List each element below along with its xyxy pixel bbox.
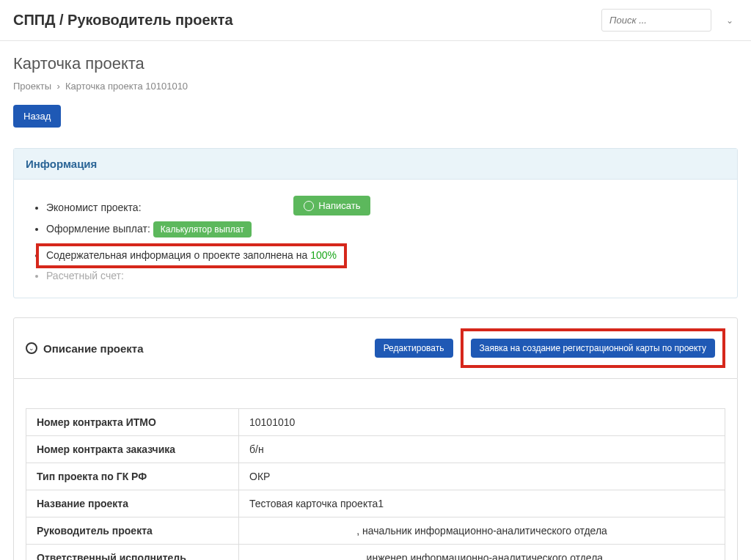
list-item: Экономист проекта: Написать: [46, 193, 719, 218]
row-value: , инженер информационно-аналитического о…: [239, 545, 725, 561]
row-value: Тестовая карточка проекта1: [239, 490, 725, 517]
back-button[interactable]: Назад: [13, 105, 61, 128]
row-value: 10101010: [239, 409, 725, 436]
create-registration-card-button[interactable]: Заявка на создание регистрационной карты…: [471, 339, 715, 358]
row-value: ОКР: [239, 463, 725, 490]
message-icon: [304, 201, 314, 211]
completion-percent: 100%: [310, 249, 337, 261]
page-title: Карточка проекта: [13, 54, 738, 73]
description-table: Номер контракта ИТМО10101010Номер контра…: [26, 408, 725, 560]
table-row: Руководитель проекта, начальник информац…: [26, 517, 725, 545]
table-row: Тип проекта по ГК РФОКР: [26, 463, 725, 490]
table-row: Номер контракта заказчикаб/н: [26, 436, 725, 463]
edit-button[interactable]: Редактировать: [375, 339, 453, 358]
row-label: Название проекта: [26, 490, 239, 517]
description-section-title: Описание проекта: [43, 342, 369, 355]
info-panel-heading: Информация: [14, 149, 737, 180]
list-item: Оформление выплат: Калькулятор выплат: [46, 218, 719, 240]
account-label: Расчетный счет:: [46, 270, 124, 281]
row-label: Ответственный исполнитель: [26, 545, 239, 561]
row-label: Руководитель проекта: [26, 517, 239, 545]
list-item: Содержательная информация о проекте запо…: [46, 240, 719, 271]
breadcrumb: Проекты › Карточка проекта 10101010: [13, 81, 738, 92]
breadcrumb-current: Карточка проекта 10101010: [65, 81, 188, 92]
row-label: Номер контракта ИТМО: [26, 409, 239, 436]
row-value: , начальник информационно-аналитического…: [239, 517, 725, 545]
chevron-circle-icon[interactable]: ⌄: [26, 342, 37, 354]
write-button[interactable]: Написать: [293, 196, 370, 215]
table-row: Название проектаТестовая карточка проект…: [26, 490, 725, 517]
chevron-down-icon[interactable]: ⌄: [722, 15, 738, 26]
row-value: б/н: [239, 436, 725, 463]
economist-label: Экономист проекта:: [46, 202, 142, 213]
app-title: СППД / Руководитель проекта: [13, 12, 233, 29]
table-row: Номер контракта ИТМО10101010: [26, 409, 725, 436]
breadcrumb-root[interactable]: Проекты: [13, 81, 51, 92]
payments-label: Оформление выплат:: [46, 223, 150, 235]
row-label: Номер контракта заказчика: [26, 436, 239, 463]
calculator-button[interactable]: Калькулятор выплат: [153, 221, 252, 237]
table-row: Ответственный исполнитель, инженер инфор…: [26, 545, 725, 561]
highlighted-completion-info: Содержательная информация о проекте запо…: [36, 243, 347, 268]
row-label: Тип проекта по ГК РФ: [26, 463, 239, 490]
search-input[interactable]: [601, 9, 711, 32]
highlighted-create-card: Заявка на создание регистрационной карты…: [461, 328, 725, 368]
